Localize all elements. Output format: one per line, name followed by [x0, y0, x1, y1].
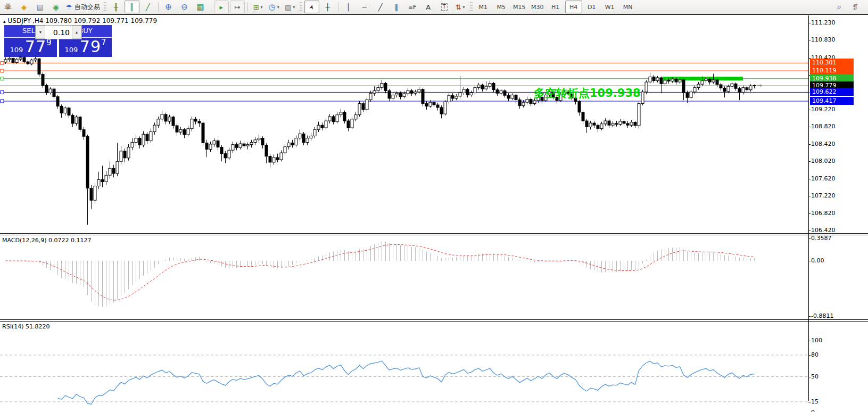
crosshair-button[interactable]: ┼	[320, 1, 335, 13]
equidistant-channel-button[interactable]: ∥	[389, 1, 404, 13]
search-button[interactable]: ⌕	[832, 1, 847, 13]
level-handle[interactable]	[1, 69, 4, 72]
timeframe-m5-button[interactable]: M5	[493, 1, 510, 13]
candle-body	[481, 85, 484, 89]
candle-body	[470, 93, 473, 95]
periods-button[interactable]: ◷▾	[267, 1, 282, 13]
candle-body	[656, 78, 659, 81]
candle-body	[634, 122, 636, 125]
price-tick	[808, 23, 811, 23]
level-handle[interactable]	[1, 90, 4, 94]
timeframe-m30-button[interactable]: M30	[529, 1, 546, 13]
candle-body	[746, 88, 748, 90]
autotrading-icon: ☂	[66, 4, 72, 11]
vertical-line-button[interactable]: │	[341, 1, 356, 13]
line-chart-button[interactable]: ╱	[140, 1, 155, 13]
chart-annotation[interactable]: 多空转折点109.938	[534, 86, 641, 101]
zoom-out-button[interactable]: ⊖	[177, 1, 192, 13]
candle-body	[19, 57, 22, 59]
signals-icon[interactable]: ◉	[48, 1, 63, 13]
candle-body	[611, 123, 614, 125]
chart-window[interactable]: ▴USDJPY-,H4 109.780 109.792 109.771 109.…	[0, 14, 868, 412]
timeframe-d1-button[interactable]: D1	[583, 1, 600, 13]
chart-shift-button[interactable]: ↦	[230, 1, 245, 13]
candle-body	[224, 154, 227, 158]
price-tick-label: 108.020	[811, 158, 836, 164]
candle-body	[533, 101, 536, 104]
macd-axis-label: -0.8811	[811, 312, 833, 319]
gold-gem-icon[interactable]: ◆	[16, 1, 31, 13]
timeframe-mn-button[interactable]: MN	[619, 1, 636, 13]
candle-body	[690, 92, 692, 98]
candle-body	[198, 121, 201, 123]
candle-body	[522, 102, 525, 105]
volume-decrease-button[interactable]: ▾	[36, 26, 45, 39]
bar-chart-button[interactable]: ╫	[109, 1, 123, 13]
candle-body	[332, 117, 335, 122]
candle-body	[421, 89, 424, 104]
separator	[338, 2, 338, 12]
timeframe-m1-button[interactable]: M1	[475, 1, 492, 13]
horizontal-line-button[interactable]: ─	[357, 1, 372, 13]
candle-body	[172, 117, 175, 126]
candle-body	[358, 104, 361, 115]
macd-tick	[808, 238, 811, 239]
candle-body	[120, 151, 122, 161]
candle-body	[246, 145, 249, 146]
trendline-button[interactable]: ╱	[373, 1, 388, 13]
candle-body	[403, 94, 406, 97]
level-price-label: 110.119	[810, 67, 854, 75]
candle-body	[444, 102, 447, 114]
autotrading-button[interactable]: ☂ 自动交易	[64, 1, 102, 13]
chat-button[interactable]: ❡	[848, 1, 863, 13]
level-handle[interactable]	[1, 61, 4, 64]
candle-body	[652, 77, 655, 80]
level-handle[interactable]	[1, 100, 4, 103]
timeframe-h4-button[interactable]: H4	[565, 1, 582, 13]
candle-body	[12, 58, 14, 62]
candle-body	[161, 114, 163, 119]
candle-body	[232, 145, 234, 151]
candle-body	[131, 143, 134, 147]
candle-body	[284, 147, 286, 153]
candle-body	[626, 123, 629, 125]
candle-body	[49, 89, 52, 93]
rsi-pane[interactable]	[0, 321, 808, 401]
candle-body	[127, 147, 130, 158]
auto-scroll-button[interactable]: ▸	[214, 1, 229, 13]
new-chart-button[interactable]: ⊞▾	[251, 1, 266, 13]
timeframe-w1-button[interactable]: W1	[601, 1, 618, 13]
volume-input[interactable]	[45, 26, 72, 39]
price-tick	[808, 230, 811, 231]
arrows-button[interactable]: ⇅▾	[453, 1, 468, 13]
text-button[interactable]: A	[421, 1, 436, 13]
candle-body	[638, 104, 640, 126]
pane-separator[interactable]	[0, 233, 868, 234]
tile-windows-button[interactable]: ▦	[193, 1, 208, 13]
candle-body	[205, 143, 208, 149]
candle-body	[366, 100, 368, 110]
zoom-in-button[interactable]: ⊕	[161, 1, 176, 13]
text-label-button[interactable]: T	[437, 1, 452, 13]
pane-separator[interactable]	[0, 319, 868, 320]
volume-increase-button[interactable]: ▴	[72, 26, 81, 39]
terminal-window-icon[interactable]: ▤	[32, 1, 47, 13]
level-handle[interactable]	[1, 77, 4, 80]
new-order-button[interactable]: 单	[1, 1, 15, 13]
candlestick-chart-button[interactable]: ║	[125, 1, 139, 13]
price-tick-label: 107.220	[811, 192, 836, 199]
candle-body	[686, 93, 689, 97]
cursor-button[interactable]: ➤	[304, 1, 319, 13]
price-chart-pane[interactable]	[0, 15, 808, 235]
macd-pane[interactable]	[0, 235, 808, 319]
fibonacci-button[interactable]: ≡F	[405, 1, 420, 13]
candle-body	[667, 80, 670, 81]
price-tick-label: 106.820	[811, 210, 836, 217]
candle-body	[42, 74, 44, 85]
timeframe-h1-button[interactable]: H1	[547, 1, 564, 13]
timeframe-m15-button[interactable]: M15	[511, 1, 528, 13]
rsi-axis-label: 80	[811, 351, 819, 358]
candle-body	[64, 108, 67, 113]
template-button[interactable]: ▧▾	[283, 1, 297, 13]
crosshair-icon: ┼	[326, 4, 330, 11]
